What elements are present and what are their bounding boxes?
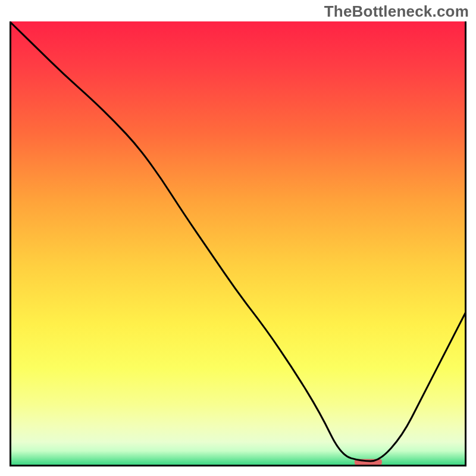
chart-root: TheBottleneck.com <box>0 0 476 476</box>
chart-svg <box>10 21 466 466</box>
watermark-text: TheBottleneck.com <box>324 2 469 21</box>
chart-plot-area <box>10 21 466 466</box>
